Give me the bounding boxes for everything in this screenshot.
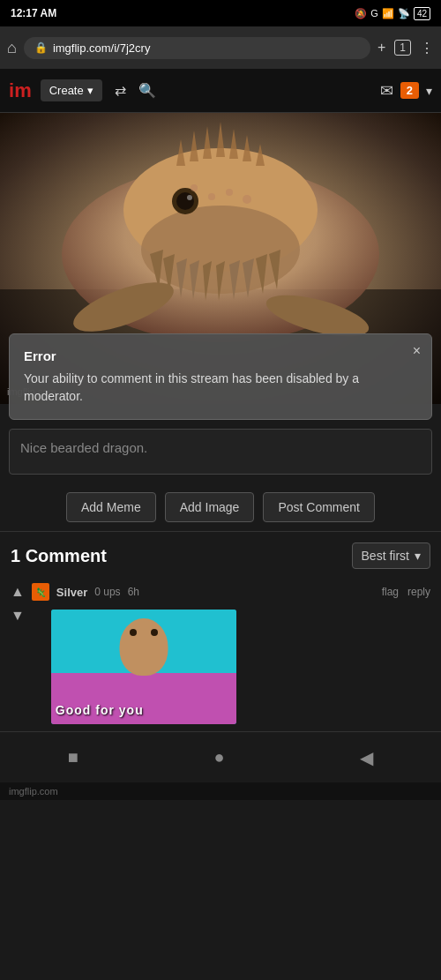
svg-point-17 — [187, 195, 192, 200]
sort-chevron-icon: ▾ — [415, 549, 421, 563]
mail-icon[interactable]: ✉ — [380, 81, 393, 101]
vote-up-button[interactable]: ▲ — [11, 584, 25, 600]
browser-actions: + 1 ⋮ — [377, 40, 434, 56]
comments-header: 1 Comment Best first ▾ — [0, 532, 441, 576]
nav-icons: ⇄ 🔍 — [115, 82, 156, 99]
avatar-icon: 🦎 — [35, 587, 46, 597]
url-text: imgflip.com/i/7j2cry — [53, 41, 151, 55]
svg-point-19 — [226, 189, 233, 196]
svg-point-20 — [243, 195, 251, 204]
carrier-g: G — [370, 8, 378, 19]
battery-level: 42 — [414, 7, 430, 20]
comment-input-area: Nice bearded dragon. — [0, 420, 441, 483]
nav-home-icon[interactable]: ● — [213, 747, 224, 767]
svg-point-21 — [191, 184, 198, 191]
bottom-watermark-text: imgflip.com — [9, 786, 58, 797]
nav-back-icon[interactable]: ◀ — [360, 747, 373, 768]
comment-age: 6h — [128, 586, 139, 598]
wifi-icon: 📡 — [398, 8, 410, 19]
bottom-watermark: imgflip.com — [0, 782, 441, 800]
bottom-nav: ■ ● ◀ — [0, 731, 441, 782]
error-dialog: × Error Your ability to comment in this … — [9, 333, 432, 420]
home-icon[interactable]: ⌂ — [7, 39, 17, 57]
app-logo: im — [9, 79, 32, 102]
comment-image: Good for you — [51, 610, 236, 724]
signal-icon: 📶 — [382, 8, 394, 19]
error-title: Error — [24, 348, 417, 363]
add-meme-button[interactable]: Add Meme — [66, 492, 156, 522]
svg-point-18 — [208, 193, 215, 200]
comment-actions: flag reply — [382, 586, 430, 598]
tab-count[interactable]: 1 — [394, 40, 411, 56]
notification-badge[interactable]: 2 — [400, 82, 419, 99]
create-chevron-icon: ▾ — [87, 84, 93, 97]
nav-chevron-icon[interactable]: ▾ — [426, 84, 432, 98]
comment-ups: 0 ups — [94, 586, 120, 598]
menu-icon[interactable]: ⋮ — [420, 40, 434, 56]
comment-textbox[interactable]: Nice bearded dragon. — [9, 429, 432, 475]
error-message: Your ability to comment in this stream h… — [24, 370, 417, 405]
app-nav: im Create ▾ ⇄ 🔍 ✉ 2 ▾ — [0, 69, 441, 113]
comment-placeholder: Nice bearded dragon. — [20, 440, 147, 455]
create-label: Create — [49, 84, 84, 97]
meme-image: Good for you — [51, 610, 236, 724]
sort-dropdown[interactable]: Best first ▾ — [352, 542, 430, 569]
username: Silver — [56, 586, 87, 599]
logo-m: m — [14, 79, 32, 101]
meme-text: Good for you — [56, 703, 144, 717]
vote-down-button[interactable]: ▼ — [11, 608, 25, 624]
search-icon[interactable]: 🔍 — [138, 82, 156, 99]
sort-label: Best first — [362, 549, 409, 563]
browser-bar: ⌂ 🔒 imgflip.com/i/7j2cry + 1 ⋮ — [0, 26, 441, 69]
create-button[interactable]: Create ▾ — [41, 79, 102, 101]
svg-point-16 — [176, 192, 194, 210]
reply-link[interactable]: reply — [407, 586, 430, 598]
user-avatar: 🦎 — [32, 583, 49, 601]
lock-icon: 🔒 — [34, 41, 48, 54]
status-time: 12:17 AM — [11, 7, 56, 19]
status-icons: 🔕 G 📶 📡 42 — [355, 7, 430, 20]
shuffle-icon[interactable]: ⇄ — [115, 82, 126, 99]
add-image-button[interactable]: Add Image — [165, 492, 255, 522]
error-close-button[interactable]: × — [413, 343, 421, 359]
post-comment-button[interactable]: Post Comment — [263, 492, 375, 522]
carrier-label: 🔕 — [355, 8, 367, 19]
nav-square-icon[interactable]: ■ — [68, 747, 78, 767]
comment-meta: ▲ 🦎 Silver 0 ups 6h flag reply — [11, 583, 430, 601]
url-bar[interactable]: 🔒 imgflip.com/i/7j2cry — [24, 37, 370, 59]
comment-item: ▲ 🦎 Silver 0 ups 6h flag reply ▼ Good fo — [0, 576, 441, 731]
flag-link[interactable]: flag — [382, 586, 399, 598]
add-tab-icon[interactable]: + — [377, 40, 385, 56]
nav-right: ✉ 2 ▾ — [380, 81, 432, 101]
status-bar: 12:17 AM 🔕 G 📶 📡 42 — [0, 0, 441, 26]
comments-count: 1 Comment — [11, 546, 107, 566]
action-buttons: Add Meme Add Image Post Comment — [0, 483, 441, 531]
